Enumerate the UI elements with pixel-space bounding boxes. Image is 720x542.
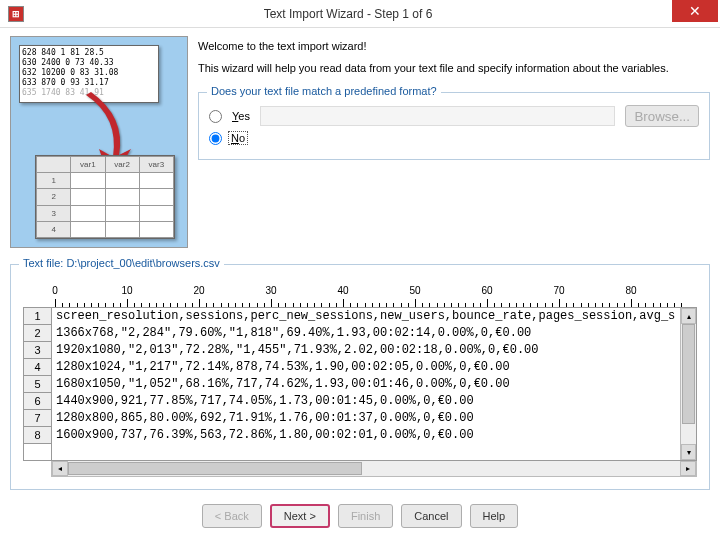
intro-text: Welcome to the text import wizard! This … <box>198 36 710 248</box>
finish-button: Finish <box>338 504 393 528</box>
wizard-illustration: 628 840 1 81 28.5 630 2400 0 73 40.33 63… <box>10 36 188 248</box>
file-legend: Text file: D:\project_00\edit\browsers.c… <box>19 257 224 269</box>
vertical-scrollbar[interactable]: ▴ ▾ <box>680 308 696 460</box>
scroll-right-icon[interactable]: ▸ <box>680 461 696 476</box>
scroll-up-icon[interactable]: ▴ <box>681 308 696 324</box>
welcome-text: Welcome to the text import wizard! <box>198 40 710 52</box>
close-button[interactable]: ✕ <box>672 0 718 22</box>
radio-yes-label: YYeses <box>232 110 250 122</box>
format-path-input <box>260 106 615 126</box>
file-preview: screen_resolution,sessions,perc_new_sess… <box>52 308 680 460</box>
titlebar: ⊞ Text Import Wizard - Step 1 of 6 ✕ <box>0 0 720 28</box>
illustration-table: var1var2var3 1 2 3 4 <box>35 155 175 239</box>
format-legend: Does your text file match a predefined f… <box>207 85 441 97</box>
predefined-format-group: Does your text file match a predefined f… <box>198 92 710 160</box>
radio-no-label: NNoo <box>228 131 248 145</box>
browse-button: Browse... <box>625 105 699 127</box>
text-file-group: Text file: D:\project_00\edit\browsers.c… <box>10 264 710 490</box>
radio-yes[interactable] <box>209 110 222 123</box>
window-title: Text Import Wizard - Step 1 of 6 <box>24 7 672 21</box>
button-bar: < Back Next > Finish Cancel Help <box>10 504 710 528</box>
next-button[interactable]: Next > <box>270 504 330 528</box>
app-icon: ⊞ <box>8 6 24 22</box>
illustration-textfile: 628 840 1 81 28.5 630 2400 0 73 40.33 63… <box>19 45 159 103</box>
description-text: This wizard will help you read data from… <box>198 62 710 74</box>
vscroll-thumb[interactable] <box>682 324 695 424</box>
radio-no[interactable] <box>209 132 222 145</box>
horizontal-scrollbar[interactable]: ◂ ▸ <box>51 461 697 477</box>
scroll-down-icon[interactable]: ▾ <box>681 444 696 460</box>
column-ruler: 01020304050607080 <box>51 285 683 307</box>
preview-rownums: 12345678 <box>24 308 52 460</box>
scroll-left-icon[interactable]: ◂ <box>52 461 68 476</box>
help-button[interactable]: Help <box>470 504 519 528</box>
hscroll-thumb[interactable] <box>68 462 362 475</box>
back-button: < Back <box>202 504 262 528</box>
cancel-button[interactable]: Cancel <box>401 504 461 528</box>
